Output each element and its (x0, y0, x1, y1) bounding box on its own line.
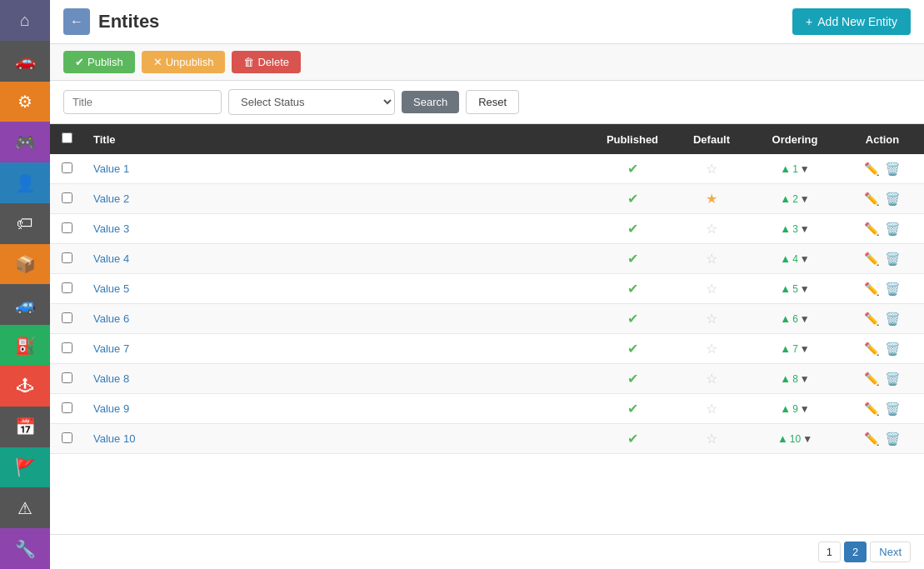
row-title-link[interactable]: Value 3 (93, 222, 129, 235)
reset-button[interactable]: Reset (466, 90, 519, 114)
row-checkbox[interactable] (62, 192, 72, 203)
published-check-icon: ✔ (627, 342, 638, 356)
edit-icon[interactable]: ✏️ (864, 432, 880, 447)
default-star-empty-icon[interactable]: ☆ (706, 222, 717, 236)
sidebar-item-gear[interactable]: ⚙ (0, 82, 50, 122)
default-star-empty-icon[interactable]: ☆ (706, 282, 717, 296)
page-1-button[interactable]: 1 (818, 542, 841, 562)
edit-icon[interactable]: ✏️ (864, 282, 880, 297)
delete-row-icon[interactable]: 🗑️ (885, 252, 901, 267)
row-published-cell: ✔ (591, 244, 674, 274)
sidebar-item-fuel[interactable]: ⛽ (0, 325, 50, 366)
row-checkbox[interactable] (62, 282, 72, 293)
edit-icon[interactable]: ✏️ (864, 342, 880, 357)
row-title-link[interactable]: Value 9 (93, 402, 129, 415)
row-checkbox[interactable] (62, 162, 72, 173)
sidebar-item-car[interactable]: 🚗 (0, 41, 50, 82)
default-star-empty-icon[interactable]: ☆ (706, 162, 717, 176)
title-input[interactable] (63, 90, 222, 114)
row-title-cell: Value 7 (83, 334, 591, 364)
delete-button[interactable]: 🗑 Delete (232, 51, 301, 73)
published-check-icon: ✔ (627, 222, 638, 236)
default-star-empty-icon[interactable]: ☆ (706, 372, 717, 386)
row-title-link[interactable]: Value 5 (93, 282, 129, 295)
ordering-dropdown-icon[interactable]: ▼ (800, 283, 810, 295)
sidebar-item-warning[interactable]: ⚠ (0, 487, 50, 528)
row-checkbox[interactable] (62, 312, 72, 323)
page-title-area: ← Entites (63, 8, 159, 35)
delete-row-icon[interactable]: 🗑️ (885, 282, 901, 297)
warning-icon: ⚠ (17, 498, 32, 518)
sidebar-item-flag[interactable]: 🚩 (0, 447, 50, 488)
row-title-link[interactable]: Value 2 (93, 192, 129, 205)
status-select[interactable]: Select Status Published Unpublished (228, 89, 395, 115)
row-checkbox[interactable] (62, 402, 72, 413)
row-ordering-cell: ▲10▼ (749, 424, 841, 454)
edit-icon[interactable]: ✏️ (864, 192, 880, 207)
delete-row-icon[interactable]: 🗑️ (885, 342, 901, 357)
next-button[interactable]: Next (870, 542, 911, 562)
row-checkbox[interactable] (62, 432, 72, 443)
ordering-dropdown-icon[interactable]: ▼ (800, 163, 810, 175)
row-title-link[interactable]: Value 6 (93, 312, 129, 325)
default-star-empty-icon[interactable]: ☆ (706, 342, 717, 356)
ordering-dropdown-icon[interactable]: ▼ (802, 433, 812, 445)
tag-icon: 🏷 (17, 214, 33, 233)
page-title: Entites (98, 11, 159, 32)
table-row: Value 5✔☆▲5▼✏️🗑️ (50, 274, 924, 304)
row-checkbox[interactable] (62, 252, 72, 263)
edit-icon[interactable]: ✏️ (864, 252, 880, 267)
row-title-cell: Value 4 (83, 244, 591, 274)
default-star-empty-icon[interactable]: ☆ (706, 402, 717, 416)
select-all-checkbox[interactable] (62, 132, 72, 143)
search-button[interactable]: Search (402, 91, 459, 113)
row-checkbox[interactable] (62, 342, 72, 353)
sidebar-item-calendar[interactable]: 📅 (0, 407, 50, 447)
edit-icon[interactable]: ✏️ (864, 222, 880, 237)
page-2-button[interactable]: 2 (844, 542, 867, 562)
default-star-empty-icon[interactable]: ☆ (706, 252, 717, 266)
sidebar-item-tag[interactable]: 🏷 (0, 203, 50, 244)
row-title-link[interactable]: Value 8 (93, 372, 129, 385)
ordering-dropdown-icon[interactable]: ▼ (800, 223, 810, 235)
row-title-link[interactable]: Value 10 (93, 432, 135, 445)
edit-icon[interactable]: ✏️ (864, 312, 880, 327)
sidebar-item-person[interactable]: 👤 (0, 162, 50, 203)
delete-row-icon[interactable]: 🗑️ (885, 402, 901, 417)
edit-icon[interactable]: ✏️ (864, 402, 880, 417)
sidebar-item-car2[interactable]: 🚙 (0, 284, 50, 325)
delete-row-icon[interactable]: 🗑️ (885, 432, 901, 447)
add-new-entity-button[interactable]: + Add New Entity (792, 8, 911, 35)
publish-button[interactable]: ✔ Publish (63, 51, 135, 73)
row-title-link[interactable]: Value 7 (93, 342, 129, 355)
sidebar-item-home[interactable]: ⌂ (0, 0, 50, 41)
default-star-empty-icon[interactable]: ☆ (706, 432, 717, 446)
default-star-filled-icon[interactable]: ★ (706, 192, 717, 206)
delete-row-icon[interactable]: 🗑️ (885, 192, 901, 207)
edit-icon[interactable]: ✏️ (864, 162, 880, 177)
row-title-cell: Value 9 (83, 394, 591, 424)
row-title-link[interactable]: Value 1 (93, 162, 129, 175)
delete-row-icon[interactable]: 🗑️ (885, 222, 901, 237)
ordering-dropdown-icon[interactable]: ▼ (800, 403, 810, 415)
edit-icon[interactable]: ✏️ (864, 372, 880, 387)
row-checkbox[interactable] (62, 222, 72, 233)
default-star-empty-icon[interactable]: ☆ (706, 312, 717, 326)
ordering-dropdown-icon[interactable]: ▼ (800, 193, 810, 205)
unpublish-button[interactable]: ✕ Unpublish (142, 51, 226, 73)
delete-row-icon[interactable]: 🗑️ (885, 312, 901, 327)
sidebar-item-speedometer[interactable]: 🕹 (0, 366, 50, 407)
row-title-link[interactable]: Value 4 (93, 252, 129, 265)
ordering-dropdown-icon[interactable]: ▼ (800, 313, 810, 325)
ordering-dropdown-icon[interactable]: ▼ (800, 343, 810, 355)
delete-row-icon[interactable]: 🗑️ (885, 372, 901, 387)
row-checkbox[interactable] (62, 372, 72, 383)
ordering-dropdown-icon[interactable]: ▼ (800, 373, 810, 385)
ordering-dropdown-icon[interactable]: ▼ (800, 253, 810, 265)
back-button[interactable]: ← (63, 8, 90, 35)
sidebar-item-cube[interactable]: 📦 (0, 244, 50, 285)
sidebar-item-wrench[interactable]: 🔧 (0, 528, 50, 569)
delete-row-icon[interactable]: 🗑️ (885, 162, 901, 177)
col-ordering: Ordering (749, 124, 841, 154)
sidebar-item-steering[interactable]: 🎮 (0, 122, 50, 162)
